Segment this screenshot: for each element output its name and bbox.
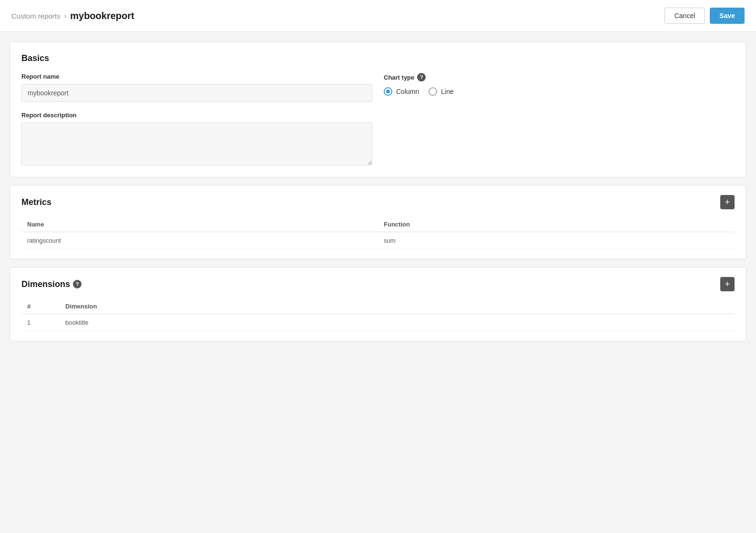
metrics-table: Name Function ratingscount sum <box>21 217 735 249</box>
radio-line-label: Line <box>441 88 453 95</box>
report-name-group: Report name <box>21 73 372 102</box>
chart-type-label-text: Chart type <box>384 74 414 81</box>
main-content: Basics Report name Report description Ch… <box>0 32 756 359</box>
dimensions-section: Dimensions ? + # Dimension 1 booktitle <box>10 267 746 341</box>
add-metric-icon: + <box>725 197 730 207</box>
add-dimension-icon: + <box>725 279 730 289</box>
basics-title: Basics <box>21 53 735 63</box>
metrics-title: Metrics <box>21 197 51 207</box>
report-description-textarea[interactable] <box>21 123 372 165</box>
page-header: Custom reports › mybookreport Cancel Sav… <box>0 0 756 32</box>
radio-column-input[interactable] <box>384 87 392 96</box>
dimensions-help-icon[interactable]: ? <box>73 280 82 288</box>
radio-column-option[interactable]: Column <box>384 87 419 96</box>
report-description-group: Report description <box>21 112 372 165</box>
report-name-input[interactable] <box>21 84 372 102</box>
basics-left: Report name Report description <box>21 73 372 165</box>
basics-right: Chart type ? Column Line <box>384 73 735 165</box>
basics-grid: Report name Report description Chart typ… <box>21 73 735 165</box>
metrics-cell-name: ratingscount <box>21 232 378 249</box>
chart-type-section: Chart type ? Column Line <box>384 73 735 96</box>
add-dimension-button[interactable]: + <box>720 277 735 291</box>
dimensions-col-dimension: Dimension <box>60 299 735 314</box>
report-name-label: Report name <box>21 73 372 80</box>
metrics-cell-function: sum <box>378 232 735 249</box>
dimensions-title: Dimensions <box>21 279 70 289</box>
dimensions-cell-dimension: booktitle <box>60 314 735 331</box>
breadcrumb-parent[interactable]: Custom reports <box>11 12 61 20</box>
chart-type-help-icon[interactable]: ? <box>417 73 426 82</box>
radio-column-label: Column <box>396 88 419 95</box>
table-row: 1 booktitle <box>21 314 735 331</box>
metrics-table-header-row: Name Function <box>21 217 735 232</box>
dimensions-label-row: Dimensions ? <box>21 279 82 289</box>
cancel-button[interactable]: Cancel <box>664 8 705 24</box>
breadcrumb-current: mybookreport <box>70 10 134 21</box>
save-button[interactable]: Save <box>710 8 745 24</box>
report-description-label: Report description <box>21 112 372 119</box>
breadcrumb-separator: › <box>64 12 67 20</box>
dimensions-table-header-row: # Dimension <box>21 299 735 314</box>
dimensions-table: # Dimension 1 booktitle <box>21 299 735 331</box>
metrics-header: Metrics + <box>21 195 735 209</box>
dimensions-header: Dimensions ? + <box>21 277 735 291</box>
metrics-section: Metrics + Name Function ratingscount sum <box>10 185 746 259</box>
basics-section: Basics Report name Report description Ch… <box>10 41 746 177</box>
breadcrumb: Custom reports › mybookreport <box>11 10 134 21</box>
metrics-col-name: Name <box>21 217 378 232</box>
add-metric-button[interactable]: + <box>720 195 735 209</box>
dimensions-col-number: # <box>21 299 60 314</box>
chart-type-label-row: Chart type ? <box>384 73 735 82</box>
dimensions-cell-number: 1 <box>21 314 60 331</box>
radio-line-input[interactable] <box>429 87 437 96</box>
metrics-col-function: Function <box>378 217 735 232</box>
radio-line-option[interactable]: Line <box>429 87 453 96</box>
table-row: ratingscount sum <box>21 232 735 249</box>
header-actions: Cancel Save <box>664 8 745 24</box>
chart-type-radio-group: Column Line <box>384 87 735 96</box>
